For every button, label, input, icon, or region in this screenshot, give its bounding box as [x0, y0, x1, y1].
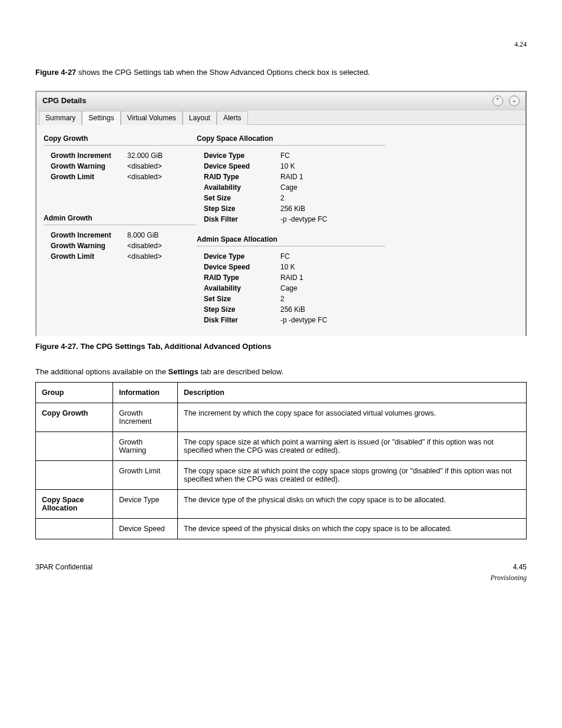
kv-value: <disabled>	[127, 241, 197, 251]
copy-growth-title: Copy Growth	[44, 133, 197, 146]
cell-group: Copy Growth	[36, 403, 113, 431]
kv-row: Device Speed10 K	[204, 262, 385, 272]
cell-info: Device Speed	[113, 518, 177, 539]
cell-desc: The device speed of the physical disks o…	[178, 518, 527, 539]
cell-info: Growth Limit	[113, 460, 177, 489]
kv-key: Device Speed	[204, 262, 280, 272]
admin-growth-list: Growth Increment8.000 GiBGrowth Warning<…	[44, 230, 197, 262]
kv-value: <disabled>	[127, 251, 197, 262]
titlebar-icons: ⌃ ⌄	[492, 95, 520, 106]
kv-key: RAID Type	[204, 172, 280, 182]
kv-row: RAID TypeRAID 1	[204, 172, 385, 182]
kv-key: Availability	[204, 182, 280, 193]
cell-desc: The copy space size at which point the c…	[178, 460, 527, 489]
kv-key: RAID Type	[204, 272, 280, 283]
table-header-row: Group Information Description	[36, 382, 527, 403]
kv-row: Disk Filter-p -devtype FC	[204, 315, 385, 325]
kv-key: Availability	[204, 283, 280, 294]
kv-row: Set Size2	[204, 294, 385, 304]
cell-desc: The copy space size at which point a war…	[178, 431, 527, 460]
kv-key: Growth Warning	[51, 161, 127, 172]
kv-row: AvailabilityCage	[204, 283, 385, 294]
kv-value: 256 KiB	[280, 304, 385, 315]
kv-row: AvailabilityCage	[204, 182, 385, 193]
kv-value: 256 KiB	[280, 203, 385, 214]
kv-row: RAID TypeRAID 1	[204, 272, 385, 283]
cell-group	[36, 431, 113, 460]
col-copy-alloc: Copy Space Allocation Device TypeFCDevic…	[197, 131, 385, 325]
cell-info: Growth Increment	[113, 403, 177, 431]
table-row: Device SpeedThe device speed of the phys…	[36, 518, 527, 539]
collapse-up-icon[interactable]: ⌃	[492, 95, 503, 106]
figure-caption: Figure 4-27. The CPG Settings Tab, Addit…	[35, 342, 527, 351]
kv-key: Step Size	[204, 304, 280, 315]
kv-value: RAID 1	[280, 272, 385, 283]
table-body: Copy GrowthGrowth IncrementThe increment…	[36, 403, 527, 539]
section-number: 4.24	[35, 40, 527, 49]
cell-group	[36, 518, 113, 539]
tab-settings[interactable]: Settings	[82, 111, 120, 125]
kv-key: Device Type	[204, 150, 280, 161]
tab-strip: Summary Settings Virtual Volumes Layout …	[37, 110, 525, 125]
cell-group	[36, 460, 113, 489]
copy-alloc-list: Device TypeFCDevice Speed10 KRAID TypeRA…	[197, 150, 385, 225]
kv-value: RAID 1	[280, 172, 385, 182]
col-copy-growth: Copy Growth Growth Increment32.000 GiBGr…	[44, 131, 197, 325]
lead-paragraph: Figure 4-27 shows the CPG Settings tab w…	[35, 67, 527, 79]
kv-value: -p -devtype FC	[280, 315, 385, 325]
kv-value: FC	[280, 150, 385, 161]
copy-growth-list: Growth Increment32.000 GiBGrowth Warning…	[44, 150, 197, 182]
kv-value: 10 K	[280, 262, 385, 272]
panel-title: CPG Details	[42, 96, 86, 105]
cell-info: Device Type	[113, 489, 177, 518]
kv-row: Set Size2	[204, 193, 385, 203]
col-group: Group	[36, 382, 113, 403]
kv-row: Growth Increment8.000 GiB	[51, 230, 197, 241]
settings-reference-table: Group Information Description Copy Growt…	[35, 382, 527, 539]
kv-value: 8.000 GiB	[127, 230, 197, 241]
kv-key: Disk Filter	[204, 315, 280, 325]
kv-value: 10 K	[280, 161, 385, 172]
kv-key: Growth Increment	[51, 150, 127, 161]
admin-alloc-title: Admin Space Allocation	[197, 234, 385, 246]
collapse-down-icon[interactable]: ⌄	[509, 95, 520, 106]
kv-value: 2	[280, 193, 385, 203]
lead-text: shows the CPG Settings tab when the Show…	[76, 68, 370, 77]
col-desc: Description	[178, 382, 527, 403]
cell-desc: The increment by which the copy space fo…	[178, 403, 527, 431]
kv-value: 2	[280, 294, 385, 304]
table-row: Growth WarningThe copy space size at whi…	[36, 431, 527, 460]
table-row: Growth LimitThe copy space size at which…	[36, 460, 527, 489]
kv-key: Device Speed	[204, 161, 280, 172]
copy-alloc-title: Copy Space Allocation	[197, 133, 385, 146]
tab-layout[interactable]: Layout	[183, 111, 217, 125]
footer-page: 4.45	[513, 563, 527, 571]
table-row: Copy GrowthGrowth IncrementThe increment…	[36, 403, 527, 431]
kv-row: Device TypeFC	[204, 251, 385, 262]
kv-key: Growth Increment	[51, 230, 127, 241]
col-info: Information	[113, 382, 177, 403]
kv-key: Step Size	[204, 203, 280, 214]
kv-row: Growth Warning<disabled>	[51, 241, 197, 251]
kv-row: Growth Warning<disabled>	[51, 161, 197, 172]
kv-row: Growth Limit<disabled>	[51, 251, 197, 262]
kv-value: <disabled>	[127, 161, 197, 172]
cell-desc: The device type of the physical disks on…	[178, 489, 527, 518]
kv-row: Growth Limit<disabled>	[51, 172, 197, 182]
cpg-details-panel: CPG Details ⌃ ⌄ Summary Settings Virtual…	[35, 91, 527, 336]
kv-row: Step Size256 KiB	[204, 304, 385, 315]
kv-key: Growth Warning	[51, 241, 127, 251]
cell-group: Copy Space Allocation	[36, 489, 113, 518]
footer-chapter: Provisioning	[35, 574, 527, 582]
tab-summary[interactable]: Summary	[39, 111, 82, 125]
kv-value: 32.000 GiB	[127, 150, 197, 161]
kv-value: <disabled>	[127, 172, 197, 182]
settings-pane: Copy Growth Growth Increment32.000 GiBGr…	[37, 125, 525, 336]
tab-alerts[interactable]: Alerts	[217, 111, 248, 125]
figure-ref: Figure 4-27	[35, 68, 76, 77]
tab-virtual-volumes[interactable]: Virtual Volumes	[121, 111, 183, 125]
kv-key: Set Size	[204, 193, 280, 203]
panel-titlebar: CPG Details ⌃ ⌄	[37, 92, 525, 110]
kv-row: Device TypeFC	[204, 150, 385, 161]
kv-row: Disk Filter-p -devtype FC	[204, 214, 385, 225]
